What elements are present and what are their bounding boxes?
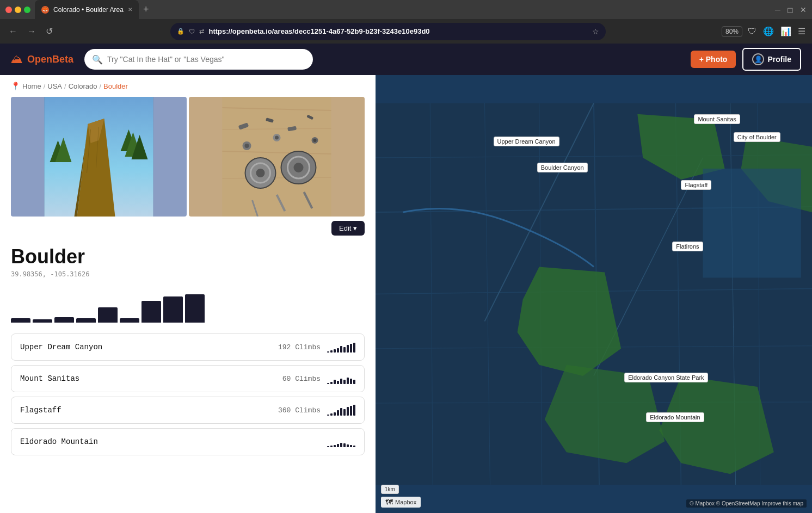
minimize-window-button[interactable]: [15, 7, 21, 13]
sub-area-item-2[interactable]: Flagstaff360 Climbs: [11, 397, 365, 424]
map-label-1[interactable]: City of Boulder: [734, 132, 780, 142]
pocket-icon[interactable]: 🛡: [748, 27, 756, 36]
menu-icon[interactable]: ☰: [798, 26, 805, 36]
mapbox-logo-icon: 🗺: [385, 498, 393, 506]
lock-icon: 🔒: [177, 28, 184, 35]
app-layout: ⛰ OpenBeta 🔍 + Photo 👤 Profile 📍 Home / …: [0, 44, 812, 513]
mini-bar-3-1: [330, 446, 333, 447]
breadcrumb-current: Boulder: [103, 82, 128, 90]
sub-area-chart-1: [327, 373, 355, 384]
sub-areas-list: Upper Dream Canyon192 ClimbsMount Sanita…: [0, 333, 376, 455]
grade-bar-7: [163, 296, 183, 323]
sub-area-name-3: Eldorado Mountain: [20, 437, 321, 446]
grade-bar-0: [11, 318, 30, 323]
svg-point-33: [313, 139, 317, 142]
mini-bar-2-6: [347, 407, 349, 416]
breadcrumb-usa[interactable]: USA: [47, 82, 62, 90]
window-controls: ─ ◻ ✕: [775, 5, 807, 14]
search-bar[interactable]: 🔍: [84, 49, 313, 70]
mini-bar-3-2: [334, 445, 336, 447]
svg-point-31: [275, 136, 279, 140]
breadcrumb-colorado[interactable]: Colorado: [69, 82, 97, 90]
svg-point-29: [245, 144, 249, 148]
tab-close-button[interactable]: ✕: [128, 7, 132, 13]
restore-icon[interactable]: ◻: [787, 5, 793, 14]
mapbox-logo-text: Mapbox: [395, 499, 416, 505]
bolts-photo-svg: [189, 97, 365, 217]
mini-bar-0-1: [330, 350, 333, 353]
sub-area-item-1[interactable]: Mount Sanitas60 Climbs: [11, 365, 365, 392]
firefox-icon[interactable]: 🌐: [763, 26, 774, 36]
minimize-icon[interactable]: ─: [775, 5, 780, 14]
url-bar[interactable]: 🔒 🛡 ⇄ https://openbeta.io/areas/decc1251…: [170, 23, 606, 40]
new-tab-button[interactable]: +: [139, 0, 153, 19]
redirect-icon: ⇄: [199, 28, 204, 35]
grade-bar-2: [54, 317, 74, 323]
map-label-4[interactable]: Flagstaff: [681, 180, 711, 190]
tab-bar: 🦊 Colorado • Boulder Area ✕ +: [35, 0, 771, 19]
map-label-0[interactable]: Mount Sanitas: [694, 114, 740, 124]
sub-area-count-0: 192 Climbs: [278, 343, 321, 351]
browser-chrome: 🦊 Colorado • Boulder Area ✕ + ─ ◻ ✕: [0, 0, 812, 19]
map-label-6[interactable]: Eldorado Canyon State Park: [624, 373, 708, 382]
breadcrumb: 📍 Home / USA / Colorado / Boulder: [0, 75, 376, 97]
map-label-3[interactable]: Boulder Canyon: [537, 163, 588, 172]
mini-bar-0-2: [334, 349, 336, 353]
profile-label: Profile: [767, 55, 791, 64]
profiles-icon[interactable]: 📊: [780, 26, 791, 36]
mini-bar-0-7: [350, 344, 352, 353]
forward-button[interactable]: →: [25, 24, 38, 39]
mini-bar-2-0: [327, 415, 329, 416]
mini-bar-3-6: [347, 444, 349, 447]
map-label-5[interactable]: Flatirons: [672, 242, 703, 251]
mini-bar-1-8: [353, 380, 355, 384]
logo-icon: ⛰: [11, 52, 23, 66]
sub-area-chart-3: [327, 436, 355, 447]
mini-bar-0-8: [353, 343, 355, 353]
mini-bar-3-5: [343, 443, 346, 447]
grade-bar-6: [142, 301, 161, 323]
tab-favicon: 🦊: [41, 6, 49, 14]
photo-rock[interactable]: [11, 97, 187, 217]
header-actions: + Photo 👤 Profile: [691, 48, 801, 71]
grade-bar-4: [98, 307, 118, 323]
breadcrumb-sep-3: /: [99, 82, 101, 90]
rock-photo-svg: [11, 97, 187, 217]
mini-bar-2-8: [353, 405, 355, 416]
mini-bar-1-2: [334, 380, 336, 384]
mini-bar-2-4: [340, 408, 342, 416]
breadcrumb-home[interactable]: Home: [22, 82, 41, 90]
close-window-button[interactable]: [5, 7, 12, 13]
map-label-7[interactable]: Eldorado Mountain: [646, 412, 704, 422]
sub-area-item-3[interactable]: Eldorado Mountain: [11, 428, 365, 455]
photo-bolts[interactable]: [189, 97, 365, 217]
svg-point-20: [256, 169, 265, 177]
breadcrumb-sep-2: /: [64, 82, 66, 90]
mini-bar-1-6: [347, 378, 349, 384]
logo[interactable]: ⛰ OpenBeta: [11, 52, 73, 66]
map-panel[interactable]: Mount SanitasCity of BoulderUpper Dream …: [376, 75, 812, 513]
map-label-2[interactable]: Upper Dream Canyon: [494, 137, 559, 146]
main-content: 📍 Home / USA / Colorado / Boulder: [0, 75, 812, 513]
search-input[interactable]: [107, 55, 305, 64]
map-scale: 1km: [381, 485, 399, 494]
edit-button[interactable]: Edit ▾: [331, 221, 365, 236]
reload-button[interactable]: ↺: [44, 24, 55, 39]
sub-area-chart-2: [327, 405, 355, 416]
bookmark-icon[interactable]: ☆: [592, 27, 599, 36]
mini-bar-0-5: [343, 347, 346, 353]
add-photo-button[interactable]: + Photo: [691, 51, 736, 68]
active-tab[interactable]: 🦊 Colorado • Boulder Area ✕: [35, 0, 139, 19]
mini-bar-0-6: [347, 345, 349, 353]
back-button[interactable]: ←: [7, 24, 20, 39]
mini-bar-3-8: [353, 446, 355, 447]
mini-bar-3-4: [340, 443, 342, 447]
close-icon[interactable]: ✕: [800, 5, 807, 14]
maximize-window-button[interactable]: [24, 7, 30, 13]
sub-area-chart-0: [327, 342, 355, 353]
profile-button[interactable]: 👤 Profile: [742, 48, 801, 71]
sub-area-item-0[interactable]: Upper Dream Canyon192 Climbs: [11, 333, 365, 361]
toolbar-icons: 🛡 🌐 📊 ☰: [748, 26, 805, 36]
svg-point-23: [294, 163, 304, 172]
mini-bar-1-5: [343, 380, 346, 384]
